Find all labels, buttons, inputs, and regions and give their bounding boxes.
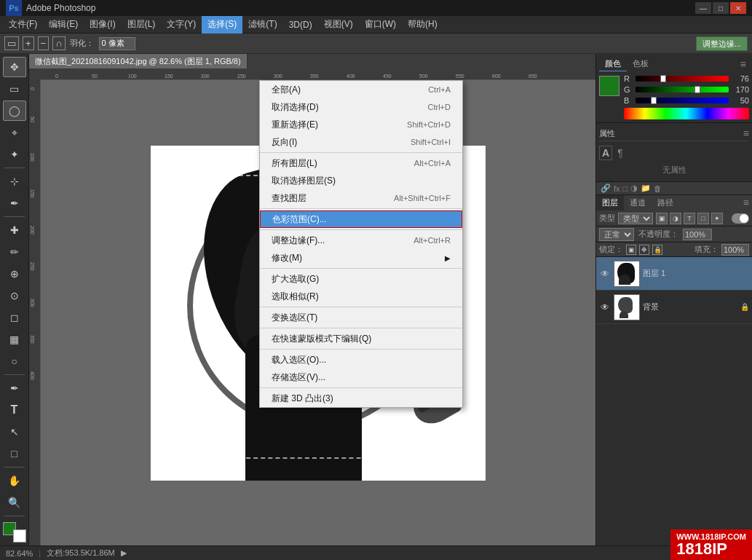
- g-slider[interactable]: [636, 87, 729, 92]
- layer-item-bg[interactable]: 👁 背景 🔒: [596, 291, 752, 324]
- maximize-button[interactable]: □: [713, 2, 729, 14]
- feather-input[interactable]: [99, 37, 135, 50]
- menu-select[interactable]: 选择(S): [202, 16, 242, 33]
- menu-3d[interactable]: 3D(D): [283, 16, 318, 33]
- ruler-left-mark: 400: [30, 371, 35, 380]
- menu-deselect-layer[interactable]: 取消选择图层(S): [260, 172, 462, 189]
- menu-load-selection[interactable]: 载入选区(O)...: [260, 351, 462, 368]
- zoom-btn[interactable]: 🔍: [3, 492, 26, 513]
- ruler-mark: 100: [128, 74, 137, 79]
- menu-similar[interactable]: 选取相似(R): [260, 288, 462, 305]
- minimize-button[interactable]: —: [695, 2, 711, 14]
- adjust-edge-button[interactable]: 调整边缘...: [696, 36, 748, 51]
- menu-deselect[interactable]: 取消选择(D) Ctrl+D: [260, 98, 462, 116]
- menu-text[interactable]: 文字(Y): [161, 16, 202, 33]
- layers-link-icon[interactable]: 🔗: [601, 184, 611, 193]
- tab-color[interactable]: 颜色: [599, 57, 627, 71]
- filter-shape-btn[interactable]: □: [697, 213, 709, 224]
- eraser-btn[interactable]: ◻: [3, 307, 26, 328]
- layers-folder-icon[interactable]: 📁: [641, 184, 651, 193]
- brush-btn[interactable]: ✏: [3, 242, 26, 262]
- menu-find-layer[interactable]: 查找图层 Alt+Shift+Ctrl+F: [260, 189, 462, 207]
- shape-btn[interactable]: □: [3, 443, 26, 464]
- layers-fx-icon[interactable]: fx: [614, 184, 620, 193]
- menu-window[interactable]: 窗口(W): [359, 16, 402, 33]
- filter-toggle[interactable]: [732, 213, 749, 224]
- props-menu[interactable]: ≡: [743, 127, 749, 139]
- tab-layers[interactable]: 图层: [596, 195, 624, 210]
- filter-text-btn[interactable]: T: [684, 213, 695, 224]
- menu-color-range[interactable]: 色彩范围(C)...: [260, 210, 462, 228]
- lock-pixels-btn[interactable]: ▣: [626, 245, 636, 255]
- tab-paths[interactable]: 路径: [652, 195, 679, 210]
- menu-image[interactable]: 图像(I): [84, 16, 121, 33]
- color-fg-swatch[interactable]: [599, 76, 620, 96]
- dodge-btn[interactable]: ○: [3, 351, 26, 371]
- menu-save-selection[interactable]: 存储选区(V)...: [260, 368, 462, 386]
- hand-btn[interactable]: ✋: [3, 470, 26, 491]
- props-empty-text: 无属性: [599, 162, 749, 178]
- eyedropper-btn[interactable]: ✒: [3, 193, 26, 213]
- move-tool-btn[interactable]: ✥: [3, 57, 26, 77]
- crop-btn[interactable]: ⊹: [3, 171, 26, 192]
- filter-adj-btn[interactable]: ◑: [670, 213, 681, 224]
- canvas-tab-main[interactable]: 微信截图_20210816091042.jpg @ 82.6% (图层 1, R…: [29, 54, 248, 68]
- separator-2: [4, 216, 25, 217]
- layer-visibility-bg[interactable]: 👁: [599, 301, 611, 313]
- menu-modify[interactable]: 修改(M) ▶: [260, 249, 462, 267]
- menu-inverse[interactable]: 反向(I) Shift+Ctrl+I: [260, 133, 462, 151]
- menu-transform-selection[interactable]: 变换选区(T): [260, 309, 462, 326]
- lock-position-btn[interactable]: ✥: [639, 245, 649, 255]
- layers-panel-menu[interactable]: ≡: [740, 195, 752, 210]
- r-slider[interactable]: [636, 76, 729, 82]
- filter-smart-btn[interactable]: ✦: [711, 213, 723, 224]
- layer-item-1[interactable]: 👁 图层 1: [596, 257, 752, 291]
- history-btn[interactable]: ⊙: [3, 285, 26, 306]
- path-select-btn[interactable]: ↖: [3, 422, 26, 442]
- rect-select-btn[interactable]: ▭: [3, 79, 26, 99]
- layers-mask-icon[interactable]: □: [623, 184, 628, 193]
- tab-channels[interactable]: 通道: [624, 195, 652, 210]
- menu-item-shortcut: Alt+Shift+Ctrl+F: [394, 194, 451, 202]
- text-btn[interactable]: T: [3, 400, 26, 420]
- color-panel-menu[interactable]: ≡: [737, 57, 749, 71]
- menu-quick-mask[interactable]: 在快速蒙版模式下编辑(Q): [260, 330, 462, 347]
- menu-edit[interactable]: 编辑(E): [43, 16, 84, 33]
- layer-visibility-1[interactable]: 👁: [599, 268, 611, 280]
- menu-grow[interactable]: 扩大选取(G): [260, 270, 462, 288]
- lasso-btn[interactable]: ⌖: [3, 122, 26, 143]
- tab-swatches[interactable]: 色板: [627, 57, 654, 71]
- menu-all-layers[interactable]: 所有图层(L) Alt+Ctrl+A: [260, 154, 462, 172]
- thumb-black-bg: [618, 297, 633, 313]
- heal-btn[interactable]: ✚: [3, 220, 26, 240]
- menu-view[interactable]: 视图(V): [318, 16, 359, 33]
- ellipse-select-btn[interactable]: ◯: [3, 100, 26, 121]
- menu-select-all[interactable]: 全部(A) Ctrl+A: [260, 81, 462, 98]
- filter-type-select[interactable]: 类型: [618, 213, 653, 224]
- magic-wand-btn[interactable]: ✦: [3, 144, 26, 165]
- menu-reselect[interactable]: 重新选择(E) Shift+Ctrl+D: [260, 116, 462, 133]
- layers-adj-icon[interactable]: ◑: [630, 184, 638, 193]
- gradient-btn[interactable]: ▦: [3, 329, 26, 350]
- opacity-input[interactable]: [683, 229, 712, 240]
- menu-help[interactable]: 帮助(H): [402, 16, 443, 33]
- fill-input[interactable]: [721, 244, 749, 256]
- menu-filter[interactable]: 滤镜(T): [242, 16, 282, 33]
- menu-layer[interactable]: 图层(L): [122, 16, 162, 33]
- menu-refine-edge[interactable]: 调整边缘(F)... Alt+Ctrl+R: [260, 232, 462, 249]
- filter-pixel-btn[interactable]: ▣: [656, 213, 668, 224]
- pen-btn[interactable]: ✒: [3, 378, 26, 398]
- menu-item-shortcut: Shift+Ctrl+D: [407, 120, 451, 129]
- ruler-left-mark: 300: [30, 299, 35, 307]
- b-slider[interactable]: [636, 98, 729, 103]
- menu-new-3d[interactable]: 新建 3D 凸出(3): [260, 390, 462, 407]
- menu-file[interactable]: 文件(F): [3, 16, 43, 33]
- clone-btn[interactable]: ⊕: [3, 264, 26, 284]
- blend-mode-select[interactable]: 正常: [599, 228, 634, 241]
- background-color[interactable]: [13, 529, 26, 543]
- doc-arrow[interactable]: ▶: [121, 548, 127, 558]
- close-button[interactable]: ✕: [730, 2, 746, 14]
- lock-all-btn[interactable]: 🔒: [652, 245, 662, 255]
- layers-delete-icon[interactable]: 🗑: [654, 184, 662, 193]
- color-spectrum[interactable]: [624, 108, 749, 119]
